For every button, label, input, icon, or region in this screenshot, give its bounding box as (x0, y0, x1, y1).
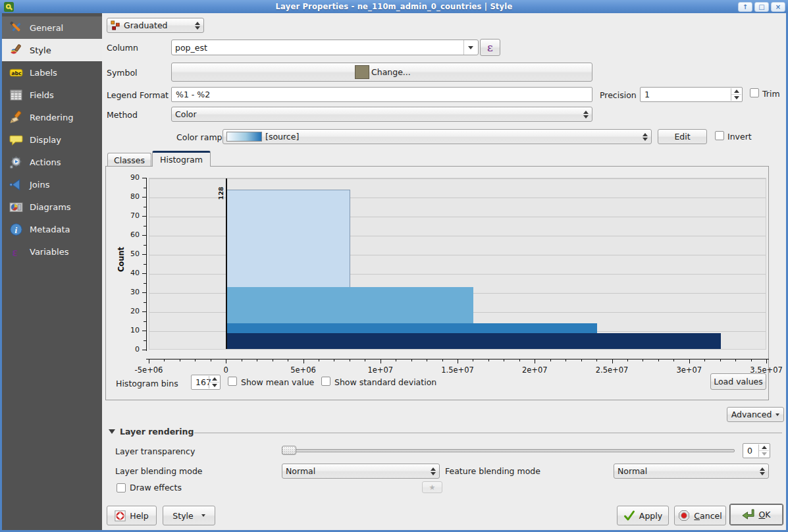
y-axis-line (146, 178, 147, 351)
general-icon (9, 20, 23, 35)
chevron-updown-icon (191, 22, 200, 30)
ok-button[interactable]: OK (729, 504, 783, 525)
x-axis-tick-label: 1.5e+07 (433, 365, 483, 375)
actions-icon (9, 155, 23, 169)
shade-window-button[interactable]: ↑ (738, 2, 752, 12)
y-axis-minor-tick (144, 302, 146, 303)
transparency-spinbox[interactable]: 0 (743, 443, 770, 458)
sidebar-item-actions[interactable]: Actions (2, 151, 102, 173)
feature-blending-combobox[interactable]: Normal (614, 464, 769, 479)
cancel-button[interactable]: Cancel (674, 506, 726, 525)
spinner-arrows-icon[interactable] (209, 376, 219, 388)
x-axis-minor-tick (519, 359, 520, 361)
class-break-line[interactable] (226, 178, 227, 349)
sidebar-item-metadata[interactable]: i Metadata (2, 218, 102, 240)
legend-format-input[interactable]: %1 - %2 (171, 87, 592, 102)
layer-blending-value: Normal (286, 466, 315, 476)
tab-histogram[interactable]: Histogram (152, 151, 211, 167)
sidebar-item-style[interactable]: Style (2, 39, 102, 61)
transparency-slider[interactable] (282, 449, 735, 452)
y-axis-tick (142, 331, 146, 331)
chevron-updown-icon (639, 133, 648, 141)
x-axis-tick (149, 359, 149, 363)
x-axis-minor-tick (195, 359, 196, 361)
column-value: pop_est (175, 43, 207, 53)
precision-spinbox[interactable]: 1 (640, 87, 743, 102)
x-axis-tick (381, 359, 381, 363)
x-axis-minor-tick (565, 359, 566, 361)
sidebar-item-diagrams[interactable]: Diagrams (2, 196, 102, 218)
sidebar-item-fields[interactable]: Fields (2, 84, 102, 106)
x-axis-minor-tick (427, 359, 427, 361)
spinner-arrows-icon[interactable] (731, 88, 741, 101)
column-combobox[interactable]: pop_est (171, 40, 479, 55)
tab-classes[interactable]: Classes (107, 153, 151, 167)
x-axis-minor-tick (751, 359, 752, 361)
cancel-label: Cancel (694, 511, 722, 521)
x-axis-minor-tick (627, 359, 628, 361)
maximize-window-button[interactable]: □ (754, 2, 769, 12)
symbol-change-button[interactable]: Change... (171, 63, 592, 82)
y-axis-minor-tick (144, 226, 146, 226)
fields-icon (9, 88, 23, 102)
y-axis-tick-label: 80 (106, 192, 140, 201)
expression-builder-button[interactable]: ε (480, 39, 500, 56)
method-combobox[interactable]: Color (171, 107, 592, 122)
sidebar-item-variables[interactable]: ε Variables (2, 240, 102, 263)
legend-format-value: %1 - %2 (176, 90, 210, 99)
transparency-slider-handle[interactable] (282, 446, 296, 455)
layer-blending-combobox[interactable]: Normal (282, 464, 440, 479)
close-window-button[interactable]: × (771, 2, 785, 12)
sidebar-item-joins[interactable]: Joins (2, 173, 102, 196)
x-axis-minor-tick (180, 359, 180, 361)
titlebar[interactable]: Layer Properties - ne_110m_admin_0_count… (0, 0, 788, 13)
precision-label: Precision (600, 90, 637, 100)
sidebar-item-rendering[interactable]: Rendering (2, 106, 102, 128)
chevron-down-icon (463, 40, 475, 55)
spinner-arrows-icon[interactable] (758, 444, 769, 457)
draw-effects-checkbox[interactable] (117, 483, 126, 492)
style-menu-button[interactable]: Style (163, 506, 215, 525)
y-axis-minor-tick (144, 264, 146, 265)
x-axis-tick (535, 359, 535, 363)
class-break-label: 128 (217, 184, 224, 203)
x-axis-tick-label: 0 (201, 365, 251, 375)
x-axis-minor-tick (442, 359, 443, 361)
apply-button[interactable]: Apply (617, 506, 669, 525)
trim-label: Trim (762, 89, 780, 99)
help-button[interactable]: Help (107, 506, 157, 525)
show-mean-checkbox[interactable] (228, 377, 237, 386)
histogram-bins-spinbox[interactable]: 167 (191, 375, 221, 390)
color-ramp-combobox[interactable]: [source] (223, 129, 652, 144)
trim-checkbox[interactable] (750, 88, 759, 97)
group-divider (194, 433, 782, 433)
x-axis-minor-tick (257, 359, 257, 361)
show-std-checkbox[interactable] (321, 377, 330, 386)
invert-checkbox[interactable] (715, 131, 724, 140)
labels-icon: abc (9, 65, 23, 80)
collapse-arrow-icon[interactable] (109, 429, 115, 434)
sidebar-item-general[interactable]: General (2, 16, 102, 39)
y-axis-tick-label: 20 (106, 307, 140, 315)
chevron-down-icon (775, 413, 779, 416)
x-axis-tick (689, 359, 690, 363)
advanced-button[interactable]: Advanced (727, 407, 784, 422)
symbol-label: Symbol (107, 68, 138, 78)
cancel-stop-icon (678, 510, 690, 521)
y-axis-tick-label: 60 (106, 230, 140, 239)
ok-arrow-icon (742, 508, 754, 521)
x-axis-minor-tick (504, 359, 504, 361)
x-axis-tick-label: 2e+07 (510, 365, 560, 375)
sidebar-item-display[interactable]: Display (2, 128, 102, 151)
x-axis-minor-tick (673, 359, 674, 361)
renderer-combobox[interactable]: Graduated (107, 18, 204, 33)
gridline (149, 178, 766, 179)
qgis-logo-icon (4, 2, 14, 12)
sidebar-item-labels[interactable]: abc Labels (2, 61, 102, 84)
sidebar-item-label: Actions (30, 157, 61, 167)
effects-options-button[interactable]: ★ (422, 481, 442, 493)
y-axis-tick-label: 70 (106, 211, 140, 220)
feature-blending-value: Normal (617, 466, 647, 476)
edit-ramp-button[interactable]: Edit (658, 129, 707, 144)
load-values-button[interactable]: Load values (710, 373, 766, 390)
